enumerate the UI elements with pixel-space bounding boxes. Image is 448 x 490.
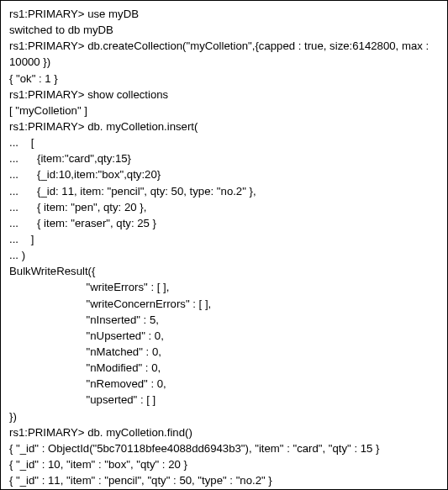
terminal-output: rs1:PRIMARY> use myDB switched to db myD… [0,0,448,490]
